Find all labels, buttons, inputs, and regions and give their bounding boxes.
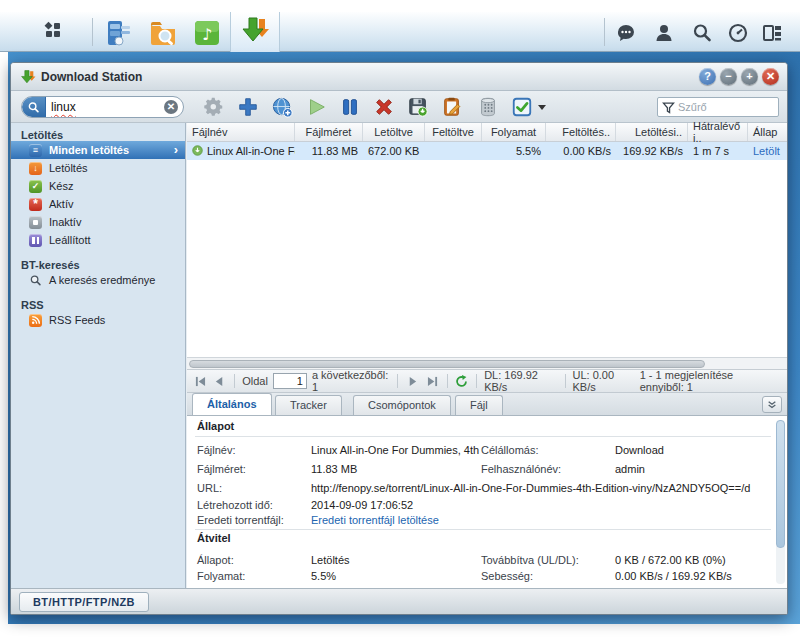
next-page-icon[interactable] [405, 373, 420, 389]
table-row[interactable]: Linux All-in-One For... 11.83 MB 672.00 … [187, 142, 787, 160]
maximize-button[interactable]: + [741, 68, 758, 85]
page-input[interactable] [273, 373, 307, 389]
main-menu-button[interactable] [26, 18, 80, 46]
column-header-downloaded[interactable]: Letöltve [363, 123, 425, 141]
taskbar-separator [604, 18, 605, 46]
dl-speed-status: DL: 169.92 KB/s [484, 369, 557, 393]
minimize-button[interactable]: − [720, 68, 737, 85]
footer-tab-bt-http-ftp-nzb[interactable]: BT/HTTP/FTP/NZB [19, 592, 149, 612]
stopped-icon [29, 234, 42, 247]
download-station-icon [240, 15, 270, 49]
column-header-filesize[interactable]: Fájlméret [295, 123, 363, 141]
details-scrollbar-thumb[interactable] [776, 420, 785, 548]
add-url-icon[interactable] [269, 95, 295, 119]
search-go-icon[interactable] [22, 96, 46, 118]
details-scrollbar[interactable] [776, 420, 785, 584]
transferred-label: Továbbítva (UL/DL): [481, 554, 579, 566]
row-uploaded [425, 142, 482, 160]
main-menu-icon [43, 20, 63, 44]
detail-tabs: Általános Tracker Csomópontok Fájl [187, 393, 787, 416]
tab-file[interactable]: Fájl [455, 395, 503, 415]
bt-search-box[interactable]: linux ✕ [21, 96, 184, 118]
column-header-download-speed[interactable]: Letöltési.. [616, 123, 688, 141]
transferred-value: 0 KB / 672.00 KB (0%) [615, 554, 726, 566]
window-footer: BT/HTTP/FTP/NZB [11, 588, 787, 614]
destination-label: Célállomás: [481, 444, 538, 456]
sidebar-item-search-results[interactable]: A keresés eredménye [11, 271, 185, 289]
column-header-uploaded[interactable]: Feltöltve [425, 123, 482, 141]
row-status: Letölt [748, 142, 787, 160]
save-icon[interactable] [405, 95, 431, 119]
row-remaining: 1 m 7 s [688, 142, 748, 160]
edit-icon[interactable] [439, 95, 465, 119]
double-chevron-down-icon [767, 400, 777, 410]
notifications-icon[interactable] [614, 21, 638, 45]
sidebar: Letöltés ≡ Minden letöltés › ↓ Letöltés … [11, 123, 186, 588]
sidebar-item-stopped[interactable]: Leállított [11, 231, 185, 249]
items-summary: 1 - 1 megjelenítése ennyiből: 1 [640, 369, 781, 393]
column-header-remaining[interactable]: Hátralévő i.. [688, 123, 748, 141]
first-page-icon[interactable] [193, 373, 208, 389]
sidebar-item-completed[interactable]: ✓ Kész [11, 177, 185, 195]
sidebar-item-rss-feeds[interactable]: RSS Feeds [11, 311, 185, 329]
pause-icon[interactable] [337, 95, 363, 119]
search-input[interactable]: linux [46, 100, 164, 114]
tab-peers[interactable]: Csomópontok [353, 395, 451, 415]
refresh-icon[interactable] [455, 373, 470, 389]
search-icon[interactable] [690, 21, 714, 45]
tab-tracker[interactable]: Tracker [275, 395, 342, 415]
sidebar-item-inactive[interactable]: Inaktív [11, 213, 185, 231]
column-header-progress[interactable]: Folyamat [482, 123, 546, 141]
sidebar-section-rss: RSS [11, 295, 185, 311]
close-button[interactable]: ✕ [762, 68, 779, 85]
help-button[interactable]: ? [699, 68, 716, 85]
bt-search-icon [29, 274, 42, 287]
last-page-icon[interactable] [425, 373, 440, 389]
package-center-icon[interactable] [104, 18, 134, 48]
completed-icon: ✓ [29, 180, 42, 193]
audio-station-icon[interactable]: ♪ [192, 18, 222, 48]
original-torrent-label: Eredeti torrentfájl: [197, 514, 284, 526]
file-station-icon[interactable] [148, 18, 178, 48]
delete-icon[interactable] [371, 95, 397, 119]
previous-page-icon[interactable] [213, 373, 228, 389]
filesize-value: 11.83 MB [311, 463, 357, 475]
search-clear-icon[interactable]: ✕ [164, 100, 178, 114]
sidebar-item-downloading[interactable]: ↓ Letöltés [11, 159, 185, 177]
filter-box[interactable] [657, 97, 779, 117]
speed-label: Sebesség: [481, 570, 533, 582]
download-station-taskbar-button[interactable] [230, 12, 280, 52]
state-value: Letöltés [311, 554, 350, 566]
select-icon[interactable] [509, 95, 535, 119]
taskbar: ♪ [0, 12, 800, 52]
rss-icon [29, 314, 42, 327]
pilot-view-icon[interactable] [760, 21, 784, 45]
filter-input[interactable] [678, 101, 768, 113]
resume-icon[interactable] [303, 95, 329, 119]
user-icon[interactable] [652, 21, 676, 45]
destination-value: Download [615, 444, 664, 456]
resource-monitor-icon[interactable] [726, 21, 750, 45]
sidebar-item-active[interactable]: * Aktív [11, 195, 185, 213]
clear-icon[interactable] [475, 95, 501, 119]
column-header-filename[interactable]: Fájlnév [187, 123, 295, 141]
select-dropdown-caret-icon[interactable] [538, 105, 546, 110]
column-header-status[interactable]: Állap [748, 123, 787, 141]
sidebar-section-bt-search: BT-keresés [11, 255, 185, 271]
sidebar-item-all-downloads[interactable]: ≡ Minden letöltés › [11, 141, 185, 159]
svg-text:♪: ♪ [202, 25, 212, 44]
window-titlebar[interactable]: Download Station ? − + ✕ [11, 63, 787, 91]
torrent-file-icon [192, 145, 203, 158]
column-header-upload-speed[interactable]: Feltöltés.. [546, 123, 616, 141]
chevron-right-icon: › [174, 142, 178, 157]
page-label: Oldal [242, 375, 268, 387]
settings-gear-icon[interactable] [201, 95, 227, 119]
created-time-value: 2014-09-09 17:06:52 [311, 499, 413, 511]
download-original-torrent-link[interactable]: Eredeti torrentfájl letöltése [311, 514, 439, 526]
download-station-window: Download Station ? − + ✕ linux ✕ [10, 62, 788, 615]
horizontal-scrollbar-thumb[interactable] [189, 360, 705, 368]
add-download-icon[interactable] [235, 95, 261, 119]
tab-general[interactable]: Általános [192, 393, 272, 415]
collapse-details-button[interactable] [762, 396, 782, 413]
url-value: http://fenopy.se/torrent/Linux-All-in-On… [311, 482, 771, 494]
